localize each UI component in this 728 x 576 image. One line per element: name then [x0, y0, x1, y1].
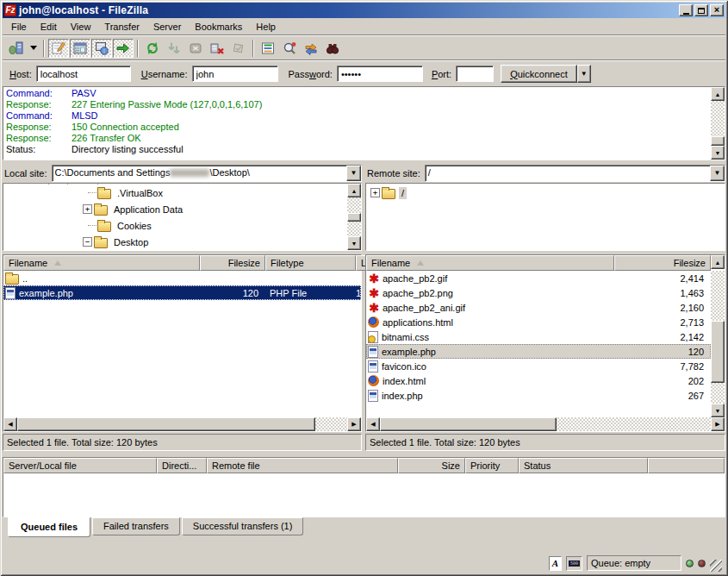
maximize-button[interactable] — [694, 4, 708, 16]
log-scrollbar[interactable]: ▲ ▼ — [711, 87, 725, 160]
file-row-selected[interactable]: example.php120 — [366, 344, 711, 359]
scroll-right-button[interactable]: ▶ — [711, 417, 725, 431]
tree-item-root[interactable]: +/ — [366, 185, 725, 201]
column-header-remote-file[interactable]: Remote file — [207, 458, 398, 473]
password-input[interactable] — [337, 66, 423, 82]
tab-queued-files[interactable]: Queued files — [8, 517, 90, 537]
column-header-status[interactable]: Status — [519, 458, 648, 473]
reconnect-button[interactable] — [228, 39, 249, 58]
scroll-left-button[interactable]: ◀ — [366, 417, 380, 431]
local-site-label: Local site: — [3, 168, 49, 178]
scroll-up-button[interactable]: ▲ — [347, 184, 361, 197]
scroll-thumb[interactable] — [380, 417, 557, 431]
column-header-direction[interactable]: Directi... — [157, 458, 207, 473]
speed-limit-indicator[interactable]: 500 — [566, 556, 582, 571]
transfer-queue: Server/Local file Directi... Remote file… — [3, 457, 725, 517]
menu-file[interactable]: File — [4, 20, 34, 34]
site-manager-dropdown-button[interactable] — [28, 39, 40, 58]
port-input[interactable] — [456, 66, 494, 82]
scroll-down-button[interactable]: ▼ — [711, 146, 725, 160]
local-site-combo[interactable]: C:\Documents and Settings\Desktop\ ▼ — [52, 165, 362, 182]
refresh-button[interactable] — [142, 39, 163, 58]
file-row-parent-dir[interactable]: .. — [3, 271, 361, 285]
title-bar[interactable]: Fz john@localhost - FileZilla × — [3, 3, 725, 18]
file-row[interactable]: applications.html2,713 — [366, 315, 711, 329]
app-icon[interactable]: Fz — [4, 4, 16, 16]
combo-dropdown-button[interactable]: ▼ — [346, 166, 361, 181]
collapse-icon[interactable]: − — [83, 237, 92, 247]
toggle-message-log-button[interactable] — [48, 39, 69, 58]
scroll-thumb[interactable] — [347, 213, 361, 222]
file-row[interactable]: bitnami.css2,142 — [366, 329, 711, 344]
scroll-thumb[interactable] — [17, 417, 315, 431]
menu-server[interactable]: Server — [146, 20, 188, 34]
column-header-priority[interactable]: Priority — [465, 458, 519, 473]
splitter[interactable] — [3, 451, 725, 457]
expand-icon[interactable]: + — [370, 188, 380, 197]
tree-item-desktop[interactable]: −Desktop — [3, 234, 347, 250]
remote-tree-icon — [95, 41, 109, 55]
combo-dropdown-button[interactable]: ▼ — [710, 166, 725, 181]
scroll-thumb[interactable] — [711, 136, 725, 146]
column-header-filesize[interactable]: Filesize — [614, 255, 711, 271]
scroll-up-button[interactable]: ▲ — [711, 255, 725, 269]
tree-item-virtualbox[interactable]: .VirtualBox — [3, 185, 347, 201]
remote-list-hscrollbar[interactable]: ◀ ▶ — [366, 417, 725, 431]
host-input[interactable] — [36, 66, 131, 82]
transfer-type-indicator[interactable]: A — [549, 556, 562, 571]
remote-site-combo[interactable]: / ▼ — [425, 165, 725, 182]
cancel-button[interactable] — [185, 39, 206, 58]
site-manager-button[interactable] — [6, 39, 27, 58]
column-header-filename[interactable]: Filename — [366, 255, 614, 271]
scroll-down-button[interactable]: ▼ — [347, 236, 361, 250]
quickconnect-dropdown-button[interactable]: ▼ — [577, 65, 591, 83]
remote-list-vscrollbar[interactable]: ▼ — [711, 271, 725, 417]
menu-help[interactable]: Help — [249, 20, 283, 34]
minimize-button[interactable] — [679, 4, 693, 16]
toggle-transfer-queue-button[interactable] — [113, 39, 134, 58]
tree-item-cookies[interactable]: Cookies — [3, 217, 347, 234]
column-header-size[interactable]: Size — [398, 458, 465, 473]
column-header-filesize[interactable]: Filesize — [200, 255, 265, 271]
file-row-example-php[interactable]: example.php 120 PHP File 1 — [3, 285, 361, 300]
menu-transfer[interactable]: Transfer — [97, 20, 146, 34]
close-button[interactable]: × — [710, 4, 724, 16]
quickconnect-button[interactable]: Quickconnect — [501, 65, 577, 83]
find-files-button[interactable] — [322, 39, 343, 58]
expand-icon[interactable]: + — [83, 204, 92, 214]
local-list-hscrollbar[interactable]: ◀ ▶ — [3, 417, 361, 431]
file-row[interactable]: favicon.ico7,782 — [366, 359, 711, 373]
file-row[interactable]: index.php267 — [366, 388, 711, 403]
scroll-left-button[interactable]: ◀ — [3, 417, 17, 431]
folder-icon — [97, 189, 111, 199]
synchronized-browsing-button[interactable] — [301, 39, 321, 58]
log-text: 150 Connection accepted — [72, 122, 179, 133]
file-row[interactable]: ✱apache_pb2.gif2,414 — [366, 271, 711, 285]
column-header-filetype[interactable]: Filetype — [265, 255, 356, 271]
tab-failed-transfers[interactable]: Failed transfers — [92, 517, 180, 535]
file-row[interactable]: ✱apache_pb2_ani.gif2,160 — [366, 300, 711, 315]
scroll-up-button[interactable]: ▲ — [711, 87, 725, 101]
scroll-thumb[interactable] — [711, 321, 725, 383]
menu-view[interactable]: View — [64, 20, 98, 34]
disconnect-button[interactable] — [207, 39, 227, 58]
resize-grip[interactable] — [710, 560, 722, 572]
tab-successful-transfers[interactable]: Successful transfers (1) — [182, 517, 304, 535]
directory-comparison-button[interactable] — [279, 39, 300, 58]
menu-edit[interactable]: Edit — [34, 20, 64, 34]
scroll-right-button[interactable]: ▶ — [347, 417, 361, 431]
queue-body[interactable] — [3, 473, 725, 517]
local-tree-scrollbar[interactable]: ▲ ▼ — [347, 184, 361, 250]
username-input[interactable] — [192, 66, 278, 82]
process-queue-button[interactable] — [164, 39, 184, 58]
column-header-server-local-file[interactable]: Server/Local file — [3, 458, 157, 473]
scroll-down-button[interactable]: ▼ — [711, 404, 725, 417]
file-row[interactable]: ✱apache_pb2.png1,463 — [366, 285, 711, 300]
menu-bookmarks[interactable]: Bookmarks — [188, 20, 249, 34]
file-row[interactable]: index.html202 — [366, 373, 711, 388]
toggle-remote-tree-button[interactable] — [91, 39, 112, 58]
tree-item-application-data[interactable]: +Application Data — [3, 201, 347, 217]
toggle-local-tree-button[interactable] — [70, 39, 90, 58]
filename-filters-button[interactable] — [258, 39, 278, 58]
column-header-filename[interactable]: Filename — [3, 255, 200, 271]
